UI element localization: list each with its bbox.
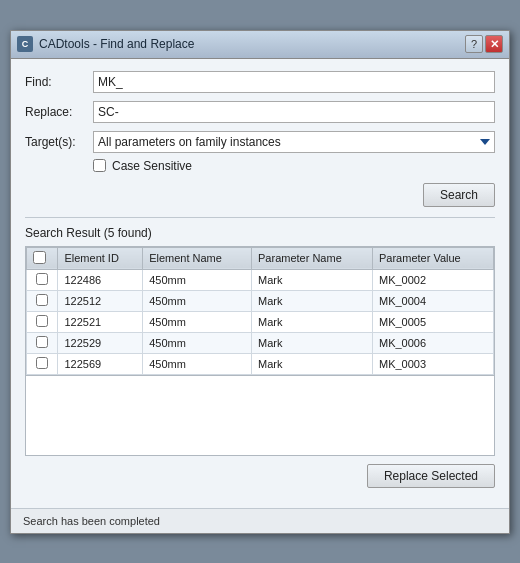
cell-parameter-name: Mark <box>252 353 373 374</box>
cell-parameter-value: MK_0004 <box>373 290 494 311</box>
cell-parameter-name: Mark <box>252 269 373 290</box>
cell-element-id: 122529 <box>58 332 143 353</box>
cell-parameter-name: Mark <box>252 290 373 311</box>
content-area: Find: Replace: Target(s): All parameters… <box>11 59 509 508</box>
cell-parameter-name: Mark <box>252 311 373 332</box>
row-checkbox-0[interactable] <box>36 273 48 285</box>
search-button-row: Search <box>25 183 495 207</box>
table-row: 122486 450mm Mark MK_0002 <box>27 269 494 290</box>
row-checkbox-cell <box>27 311 58 332</box>
case-sensitive-row: Case Sensitive <box>93 159 495 173</box>
divider <box>25 217 495 218</box>
case-sensitive-label: Case Sensitive <box>112 159 192 173</box>
cell-element-name: 450mm <box>143 353 252 374</box>
row-checkbox-3[interactable] <box>36 336 48 348</box>
find-label: Find: <box>25 75 93 89</box>
target-dropdown-text: All parameters on family instances <box>98 135 281 149</box>
replace-row: Replace: <box>25 101 495 123</box>
find-row: Find: <box>25 71 495 93</box>
title-bar: C CADtools - Find and Replace ? ✕ <box>11 31 509 59</box>
app-icon: C <box>17 36 33 52</box>
cell-element-name: 450mm <box>143 269 252 290</box>
window-title: CADtools - Find and Replace <box>39 37 465 51</box>
help-button[interactable]: ? <box>465 35 483 53</box>
row-checkbox-cell <box>27 353 58 374</box>
row-checkbox-2[interactable] <box>36 315 48 327</box>
replace-selected-button[interactable]: Replace Selected <box>367 464 495 488</box>
table-row: 122521 450mm Mark MK_0005 <box>27 311 494 332</box>
cell-parameter-value: MK_0002 <box>373 269 494 290</box>
row-checkbox-cell <box>27 269 58 290</box>
row-checkbox-cell <box>27 290 58 311</box>
cell-element-id: 122569 <box>58 353 143 374</box>
table-row: 122512 450mm Mark MK_0004 <box>27 290 494 311</box>
row-checkbox-1[interactable] <box>36 294 48 306</box>
header-parameter-name: Parameter Name <box>252 247 373 269</box>
cell-parameter-name: Mark <box>252 332 373 353</box>
select-all-checkbox[interactable] <box>33 251 46 264</box>
main-window: C CADtools - Find and Replace ? ✕ Find: … <box>10 30 510 534</box>
replace-label: Replace: <box>25 105 93 119</box>
target-label: Target(s): <box>25 135 93 149</box>
target-dropdown[interactable]: All parameters on family instances <box>93 131 495 153</box>
results-header: Search Result (5 found) <box>25 226 495 240</box>
cell-parameter-value: MK_0006 <box>373 332 494 353</box>
cell-element-id: 122521 <box>58 311 143 332</box>
cell-element-name: 450mm <box>143 290 252 311</box>
header-element-name: Element Name <box>143 247 252 269</box>
target-row: Target(s): All parameters on family inst… <box>25 131 495 153</box>
cell-parameter-value: MK_0003 <box>373 353 494 374</box>
cell-element-id: 122512 <box>58 290 143 311</box>
cell-element-id: 122486 <box>58 269 143 290</box>
results-table-container: Element ID Element Name Parameter Name P… <box>25 246 495 376</box>
header-parameter-value: Parameter Value <box>373 247 494 269</box>
search-button[interactable]: Search <box>423 183 495 207</box>
status-bar: Search has been completed <box>11 508 509 533</box>
table-row: 122529 450mm Mark MK_0006 <box>27 332 494 353</box>
table-row: 122569 450mm Mark MK_0003 <box>27 353 494 374</box>
case-sensitive-checkbox[interactable] <box>93 159 106 172</box>
row-checkbox-cell <box>27 332 58 353</box>
cell-element-name: 450mm <box>143 332 252 353</box>
results-table: Element ID Element Name Parameter Name P… <box>26 247 494 375</box>
cell-element-name: 450mm <box>143 311 252 332</box>
window-controls: ? ✕ <box>465 35 503 53</box>
cell-parameter-value: MK_0005 <box>373 311 494 332</box>
row-checkbox-4[interactable] <box>36 357 48 369</box>
find-input[interactable] <box>93 71 495 93</box>
table-header-row: Element ID Element Name Parameter Name P… <box>27 247 494 269</box>
header-element-id: Element ID <box>58 247 143 269</box>
empty-area <box>25 376 495 456</box>
replace-input[interactable] <box>93 101 495 123</box>
close-button[interactable]: ✕ <box>485 35 503 53</box>
header-checkbox-cell <box>27 247 58 269</box>
dropdown-arrow-icon <box>480 139 490 145</box>
status-text: Search has been completed <box>23 515 160 527</box>
results-body: 122486 450mm Mark MK_0002 122512 450mm M… <box>27 269 494 374</box>
bottom-row: Replace Selected <box>25 464 495 488</box>
